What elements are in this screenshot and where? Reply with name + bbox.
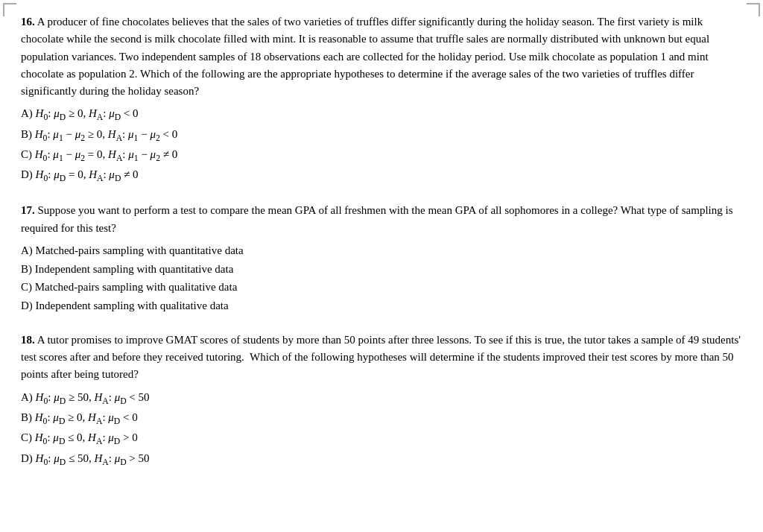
q17-answer-b: B) Independent sampling with quantitativ… bbox=[21, 260, 742, 279]
q17-answer-a: A) Matched-pairs sampling with quantitat… bbox=[21, 241, 742, 260]
q18-answer-b: B) H0: μD ≥ 0, HA: μD < 0 bbox=[21, 408, 742, 428]
question-17-text: 17. Suppose you want to perform a test t… bbox=[21, 202, 742, 237]
question-18: 18. A tutor promises to improve GMAT sco… bbox=[21, 332, 742, 469]
q18-answer-c: C) H0: μD ≤ 0, HA: μD > 0 bbox=[21, 428, 742, 449]
q16-answer-c: C) H0: μ1 − μ2 = 0, HA: μ1 − μ2 ≠ 0 bbox=[21, 145, 742, 165]
q16-answer-b: B) H0: μ1 − μ2 ≥ 0, HA: μ1 − μ2 < 0 bbox=[21, 125, 742, 145]
q17-answer-d: D) Independent sampling with qualitative… bbox=[21, 297, 742, 315]
q18-answer-a: A) H0: μD ≥ 50, HA: μD < 50 bbox=[21, 388, 742, 408]
question-18-answers: A) H0: μD ≥ 50, HA: μD < 50 B) H0: μD ≥ … bbox=[21, 388, 742, 469]
q16-answer-d: D) H0: μD = 0, HA: μD ≠ 0 bbox=[21, 165, 742, 186]
q17-answer-c: C) Matched-pairs sampling with qualitati… bbox=[21, 278, 742, 297]
question-16: 16. A producer of fine chocolates believ… bbox=[21, 13, 742, 186]
question-16-answers: A) H0: μD ≥ 0, HA: μD < 0 B) H0: μ1 − μ2… bbox=[21, 104, 742, 186]
q16-answer-a: A) H0: μD ≥ 0, HA: μD < 0 bbox=[21, 104, 742, 124]
corner-bracket-tr bbox=[747, 3, 760, 16]
question-16-text: 16. A producer of fine chocolates believ… bbox=[21, 13, 742, 100]
q18-answer-d: D) H0: μD ≤ 50, HA: μD > 50 bbox=[21, 449, 742, 469]
page-container: 16. A producer of fine chocolates believ… bbox=[0, 0, 763, 532]
question-17-answers: A) Matched-pairs sampling with quantitat… bbox=[21, 241, 742, 315]
question-17: 17. Suppose you want to perform a test t… bbox=[21, 202, 742, 315]
corner-bracket-tl bbox=[3, 3, 16, 16]
question-18-text: 18. A tutor promises to improve GMAT sco… bbox=[21, 332, 742, 384]
